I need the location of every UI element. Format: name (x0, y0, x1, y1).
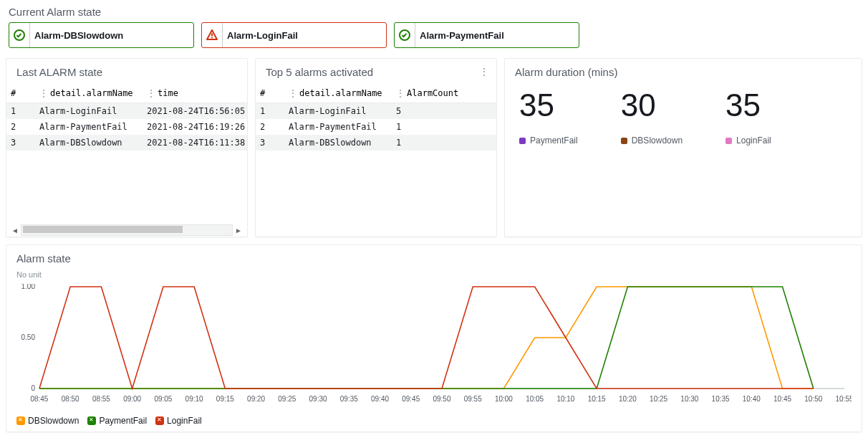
svg-text:09:45: 09:45 (402, 395, 420, 403)
horizontal-scrollbar[interactable]: ◄ ► (6, 224, 247, 237)
alarm-pill-label: Alarm-LoginFail (222, 23, 386, 47)
legend-swatch (519, 138, 526, 144)
svg-text:09:40: 09:40 (371, 395, 389, 403)
svg-text:08:45: 08:45 (30, 395, 48, 403)
svg-text:09:15: 09:15 (216, 395, 234, 403)
alarm-pill-row: Alarm-DBSlowdown Alarm-LoginFail Alarm-P… (0, 22, 868, 58)
svg-text:09:20: 09:20 (247, 395, 265, 403)
card-title: Top 5 alarms activated (256, 59, 496, 84)
col-alarm-count[interactable]: ⋮AlarmCount (392, 84, 496, 103)
table-row[interactable]: 2Alarm-PaymentFail1 (256, 119, 496, 135)
col-index[interactable]: # (6, 84, 35, 103)
card-alarm-state-chart: Alarm state No unit 00.501.0008:4508:500… (6, 244, 862, 432)
alarm-pill-label: Alarm-PaymentFail (415, 23, 579, 47)
chart-plot-area[interactable]: 00.501.0008:4508:5008:5509:0009:0509:100… (16, 284, 852, 406)
col-alarm-name[interactable]: ⋮detail.alarmName (35, 84, 143, 103)
svg-text:10:20: 10:20 (619, 395, 637, 403)
svg-text:1.00: 1.00 (21, 284, 36, 290)
svg-text:09:25: 09:25 (278, 395, 296, 403)
scroll-thumb[interactable] (23, 226, 183, 233)
col-alarm-name[interactable]: ⋮detail.alarmName (284, 84, 392, 103)
svg-text:10:30: 10:30 (680, 395, 698, 403)
svg-text:09:00: 09:00 (123, 395, 141, 403)
duration-metric-paymentfail: 35 PaymentFail (519, 88, 578, 146)
duration-metric-loginfail: 35 LoginFail (725, 88, 771, 146)
col-index[interactable]: # (256, 84, 284, 103)
svg-text:08:50: 08:50 (62, 395, 79, 403)
scroll-right-icon[interactable]: ► (233, 225, 244, 235)
legend-swatch (725, 138, 732, 144)
table-row[interactable]: 2Alarm-PaymentFail2021-08-24T16:19:26.54… (6, 119, 247, 135)
legend-item-paymentfail[interactable]: PaymentFail (87, 416, 147, 426)
card-alarm-duration: Alarm duration (mins) 35 PaymentFail 30 … (504, 58, 862, 237)
duration-value: 30 (621, 88, 683, 123)
top5-alarm-table: # ⋮detail.alarmName ⋮AlarmCount 1Alarm-L… (256, 84, 496, 151)
svg-text:09:10: 09:10 (185, 395, 203, 403)
alarm-pill-dbslowdown[interactable]: Alarm-DBSlowdown (9, 22, 194, 48)
table-row[interactable]: 1Alarm-LoginFail2021-08-24T16:56:05.114 (6, 103, 247, 120)
table-row[interactable]: 3Alarm-DBSlowdown2021-08-24T16:11:38.225 (6, 135, 247, 151)
svg-text:10:35: 10:35 (712, 395, 730, 403)
legend-swatch-icon (155, 416, 164, 425)
svg-text:09:05: 09:05 (154, 395, 172, 403)
last-alarm-table: # ⋮detail.alarmName ⋮time 1Alarm-LoginFa… (6, 84, 247, 151)
table-row[interactable]: 3Alarm-DBSlowdown1 (256, 135, 496, 151)
duration-value: 35 (725, 88, 771, 123)
col-time[interactable]: ⋮time (143, 84, 247, 103)
svg-text:10:55: 10:55 (836, 395, 852, 403)
svg-text:09:50: 09:50 (433, 395, 450, 403)
legend-item-dbslowdown[interactable]: DBSlowdown (16, 416, 79, 426)
svg-text:09:35: 09:35 (340, 395, 358, 403)
scroll-track[interactable] (21, 224, 233, 236)
svg-text:09:55: 09:55 (464, 395, 482, 403)
svg-text:10:40: 10:40 (743, 395, 761, 403)
svg-text:10:50: 10:50 (804, 395, 822, 403)
duration-metric-dbslowdown: 30 DBSlowdown (621, 88, 683, 146)
duration-value: 35 (519, 88, 578, 123)
legend-swatch-icon (87, 416, 96, 425)
svg-text:10:15: 10:15 (588, 395, 606, 403)
svg-text:0: 0 (31, 384, 35, 392)
card-last-alarm-state: Last ALARM state # ⋮detail.alarmName ⋮ti… (6, 58, 248, 237)
svg-text:10:25: 10:25 (650, 395, 667, 403)
svg-text:08:55: 08:55 (92, 395, 110, 403)
status-ok-icon (9, 29, 29, 42)
svg-text:10:10: 10:10 (556, 395, 574, 403)
status-alarm-icon (202, 29, 222, 42)
section-title-current-alarm: Current Alarm state (0, 0, 868, 22)
alarm-pill-loginfail[interactable]: Alarm-LoginFail (201, 22, 387, 48)
scroll-left-icon[interactable]: ◄ (9, 225, 21, 235)
svg-text:10:05: 10:05 (526, 395, 544, 403)
legend-swatch-icon (16, 416, 25, 425)
legend-item-loginfail[interactable]: LoginFail (155, 416, 202, 426)
status-ok-icon (395, 29, 415, 42)
svg-point-2 (211, 37, 213, 39)
card-title: Alarm state (6, 245, 862, 270)
card-title: Alarm duration (mins) (505, 59, 862, 84)
chart-unit-label: No unit (6, 270, 862, 279)
alarm-pill-paymentfail[interactable]: Alarm-PaymentFail (394, 22, 579, 48)
svg-text:09:30: 09:30 (309, 395, 327, 403)
legend-swatch (621, 138, 627, 144)
chart-legend: DBSlowdown PaymentFail LoginFail (16, 416, 202, 426)
card-top5-alarms: Top 5 alarms activated ⋮ # ⋮detail.alarm… (255, 58, 497, 237)
alarm-pill-label: Alarm-DBSlowdown (29, 23, 193, 47)
table-row[interactable]: 1Alarm-LoginFail5 (256, 103, 496, 120)
svg-text:0.50: 0.50 (21, 333, 36, 341)
svg-text:10:45: 10:45 (773, 395, 791, 403)
svg-text:10:00: 10:00 (495, 395, 513, 403)
card-title: Last ALARM state (6, 59, 247, 84)
more-icon[interactable]: ⋮ (479, 66, 489, 77)
